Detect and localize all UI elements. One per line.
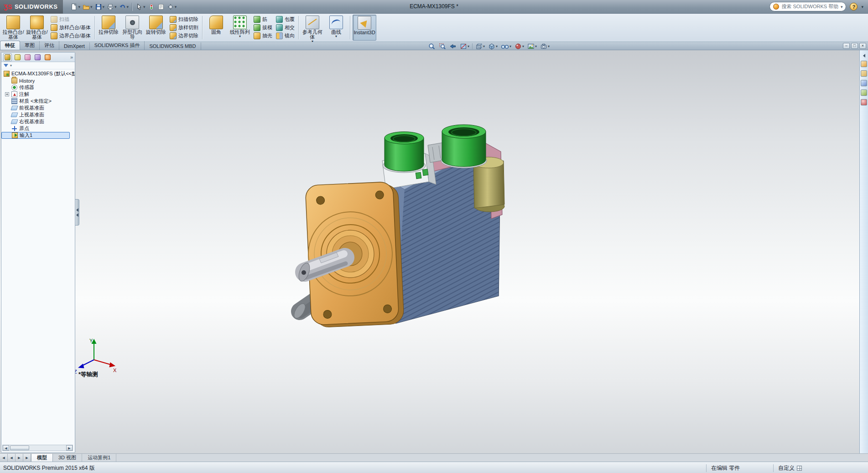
view-settings-caret-icon[interactable]: ▾ (548, 44, 550, 48)
solidworks-resources-icon[interactable] (861, 61, 867, 67)
task-pane-expand-icon[interactable] (863, 54, 865, 58)
appearances-icon[interactable] (861, 99, 867, 105)
revolve-boss-button[interactable]: 旋转凸台/基体 (26, 15, 48, 41)
scrollbar-track[interactable] (9, 445, 66, 451)
display-style-button[interactable]: ▾ (488, 43, 498, 50)
design-library-icon[interactable] (861, 70, 867, 77)
doc-minimize-button[interactable]: – (843, 43, 850, 49)
select-button[interactable]: ▾ (135, 1, 146, 12)
panel-splitter-handle[interactable] (75, 199, 79, 226)
help-caret-icon[interactable]: ▾ (861, 5, 863, 9)
graphics-area[interactable]: Y X Z *等轴测 (0, 50, 868, 453)
mirror-button[interactable]: 镜向 (276, 32, 295, 40)
filter-caret-icon[interactable]: ▾ (10, 63, 12, 68)
shell-button[interactable]: 抽壳 (254, 32, 272, 40)
model-view[interactable]: Y X Z *等轴测 (0, 50, 868, 453)
tree-filter-bar[interactable]: ▾ (1, 62, 75, 69)
lofted-boss-button[interactable]: 放样凸台/基体 (51, 24, 91, 32)
doc-restore-button[interactable]: □ (851, 43, 858, 49)
tab-features[interactable]: 特征 (0, 41, 20, 50)
tree-item-history[interactable]: History (1, 77, 75, 84)
lofted-cut-button[interactable]: 放样切割 (170, 24, 198, 32)
boundary-boss-button[interactable]: 边界凸台/基体 (51, 32, 91, 40)
configurationmanager-tab[interactable] (23, 53, 32, 61)
section-view-button[interactable]: ▾ (459, 43, 470, 50)
rib-button[interactable]: 筋 (254, 16, 272, 23)
tree-item-imported1[interactable]: 输入1 (1, 132, 70, 139)
scroll-right-button[interactable]: ▶ (66, 445, 73, 451)
dimxpertmanager-tab[interactable] (33, 53, 42, 61)
view-palette-icon[interactable] (861, 89, 867, 96)
tree-item-sensors[interactable]: 传感器 (1, 84, 75, 91)
panel-overflow-chevron[interactable]: » (70, 54, 73, 60)
tree-item-front-plane[interactable]: 前视基准面 (1, 105, 75, 111)
help-search-box[interactable]: 搜索 SOLIDWORKS 帮助 ▾ (769, 2, 846, 11)
fillet-button[interactable]: 圆角 (205, 15, 228, 41)
revolve-cut-button[interactable]: 旋转切除 (145, 15, 167, 41)
extrude-boss-button[interactable]: 拉伸凸台/基体 (2, 15, 25, 41)
apply-scene-button[interactable]: ▾ (527, 43, 537, 50)
search-caret-icon[interactable]: ▾ (841, 5, 843, 9)
rebuild-button[interactable] (147, 1, 156, 12)
swept-cut-button[interactable]: 扫描切除 (170, 16, 198, 23)
tree-root-part[interactable]: ECMA-MX1309FS (默认<<默 (1, 70, 75, 77)
tab-scroll-prev-button[interactable]: ◀ (8, 454, 16, 462)
curves-button[interactable]: 曲线 ▾ (325, 15, 348, 41)
file-properties-button[interactable] (156, 1, 166, 12)
hide-show-items-button[interactable]: ▾ (500, 43, 512, 50)
curves-caret-icon[interactable]: ▾ (335, 35, 337, 38)
edit-appearance-button[interactable]: ▾ (514, 43, 525, 50)
tab-scroll-last-button[interactable]: ▶ (23, 454, 31, 462)
front-flange[interactable] (305, 181, 404, 328)
instant3d-button[interactable]: Instant3D (353, 15, 376, 41)
orientation-triad[interactable]: Y X Z (74, 338, 117, 374)
reference-geometry-button[interactable]: 参考几何体 ▾ (301, 15, 324, 41)
help-button[interactable]: ? (850, 3, 858, 11)
display-style-caret-icon[interactable]: ▾ (496, 44, 498, 48)
extrude-cut-button[interactable]: 拉伸切除 (97, 15, 120, 41)
save-button[interactable]: ▾ (94, 1, 106, 12)
hide-show-caret-icon[interactable]: ▾ (509, 44, 511, 48)
open-button[interactable]: ▾ (82, 1, 94, 12)
draft-button[interactable]: 拔模 (254, 24, 272, 32)
panel-horizontal-scrollbar[interactable]: ◀ ▶ (2, 445, 73, 451)
tab-dimxpert[interactable]: DimXpert (59, 42, 90, 50)
view-settings-button[interactable]: ▾ (540, 43, 550, 50)
featuremanager-tab[interactable] (3, 53, 12, 61)
displaymanager-tab[interactable] (43, 53, 52, 61)
tree-item-origin[interactable]: 原点 (1, 125, 75, 132)
hole-wizard-button[interactable]: 异型孔向导 (121, 15, 144, 41)
view-orientation-button[interactable]: ▾ (475, 43, 485, 50)
options-button[interactable]: ▾ (166, 1, 178, 12)
doc-close-button[interactable]: × (859, 43, 866, 49)
scrollbar-thumb[interactable] (10, 446, 29, 450)
previous-view-button[interactable] (449, 43, 457, 50)
tab-sketch[interactable]: 草图 (20, 41, 40, 50)
linear-pattern-button[interactable]: 线性阵列 ▾ (229, 15, 251, 41)
view-orientation-caret-icon[interactable]: ▾ (483, 44, 485, 48)
edit-appearance-caret-icon[interactable]: ▾ (522, 44, 524, 48)
motor-model[interactable] (292, 125, 504, 328)
wrap-button[interactable]: 包覆 (276, 16, 295, 23)
tree-item-right-plane[interactable]: 右视基准面 (1, 118, 75, 125)
tab-addins[interactable]: SOLIDWORKS 插件 (90, 41, 145, 50)
undo-button[interactable]: ▾ (118, 1, 130, 12)
expand-icon[interactable] (5, 92, 9, 96)
tab-mbd[interactable]: SOLIDWORKS MBD (145, 42, 201, 50)
model-tab[interactable]: 模型 (31, 454, 53, 462)
intersect-button[interactable]: 相交 (276, 24, 295, 32)
tab-scroll-next-button[interactable]: ▶ (16, 454, 23, 462)
custom-status-button[interactable]: 自定义 (773, 464, 802, 472)
tab-scroll-first-button[interactable]: ◀ (0, 454, 8, 462)
new-document-button[interactable]: ▾ (69, 1, 81, 12)
tab-evaluate[interactable]: 评估 (40, 41, 59, 50)
scroll-left-button[interactable]: ◀ (3, 445, 9, 451)
tree-item-annotations[interactable]: 注解 (1, 91, 75, 98)
connector-left[interactable] (383, 132, 426, 173)
print-button[interactable]: ▾ (106, 1, 118, 12)
section-view-caret-icon[interactable]: ▾ (468, 44, 469, 48)
tree-item-material[interactable]: 材质 <未指定> (1, 98, 75, 105)
propertymanager-tab[interactable] (13, 53, 22, 61)
boundary-cut-button[interactable]: 边界切除 (170, 32, 198, 40)
swept-boss-button[interactable]: 扫描 (51, 16, 91, 23)
